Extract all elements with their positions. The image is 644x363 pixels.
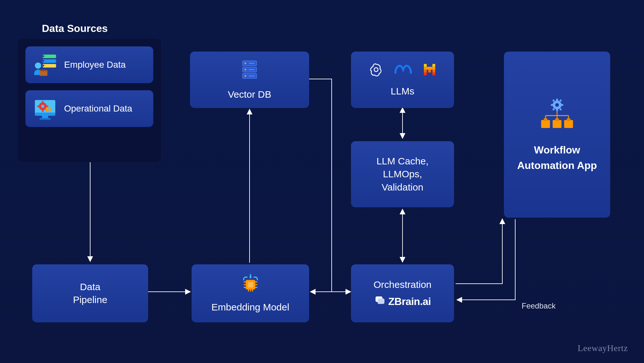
svg-rect-81 (544, 118, 547, 121)
llm-cache-node: LLM Cache, LLMOps, Validation (351, 141, 454, 207)
svg-rect-78 (541, 120, 550, 128)
svg-rect-16 (35, 113, 55, 116)
workflow-app-label: Workflow Automation App (504, 142, 610, 173)
svg-rect-54 (430, 67, 432, 70)
chip-icon (240, 273, 261, 299)
svg-point-20 (41, 105, 44, 108)
orchestration-label: Orchestration (374, 278, 431, 291)
svg-point-12 (35, 63, 41, 69)
workflow-app-node: Workflow Automation App (504, 52, 610, 218)
svg-rect-56 (424, 70, 427, 73)
svg-rect-59 (424, 73, 427, 75)
data-sources-title: Data Sources (42, 23, 108, 34)
svg-rect-72 (559, 108, 562, 111)
svg-rect-51 (432, 64, 435, 67)
svg-point-11 (43, 65, 44, 66)
svg-rect-6 (43, 54, 56, 58)
llms-node: LLMs (351, 52, 454, 108)
svg-rect-83 (567, 118, 570, 121)
svg-point-10 (43, 60, 44, 62)
operational-data-card: Operational Data (25, 90, 153, 127)
svg-rect-22 (42, 110, 43, 112)
svg-rect-52 (424, 67, 427, 70)
svg-rect-79 (553, 120, 562, 128)
svg-point-30 (244, 62, 246, 64)
svg-rect-18 (40, 118, 51, 120)
llms-label: LLMs (391, 85, 414, 98)
svg-rect-53 (427, 67, 430, 70)
embedding-model-node: Embedding Model (192, 264, 309, 322)
svg-point-64 (555, 103, 559, 107)
svg-rect-71 (552, 108, 555, 111)
svg-rect-14 (40, 70, 47, 71)
employee-data-label: Employee Data (64, 59, 126, 71)
svg-point-9 (43, 55, 44, 57)
svg-rect-7 (43, 59, 56, 63)
svg-rect-65 (556, 99, 558, 102)
svg-rect-50 (424, 64, 427, 67)
svg-rect-80 (564, 120, 573, 128)
mistral-icon (422, 63, 437, 80)
watermark: LeewayHertz (578, 343, 628, 353)
svg-rect-70 (559, 99, 562, 102)
data-sources-container: Employee Data Operational Data (18, 39, 161, 162)
svg-rect-67 (551, 104, 554, 106)
zbrain-brand: ZBrain.ai (388, 295, 431, 309)
orchestration-node: Orchestration ZBrain.ai (351, 264, 454, 322)
feedback-label: Feedback (522, 301, 555, 310)
svg-rect-58 (432, 70, 435, 73)
llm-cache-label: LLM Cache, LLMOps, Validation (376, 155, 429, 194)
openai-icon (368, 62, 384, 81)
employee-data-icon (33, 52, 58, 77)
svg-rect-39 (248, 282, 253, 287)
vector-db-node: Vector DB (190, 52, 309, 108)
vector-db-label: Vector DB (228, 88, 271, 101)
zbrain-logo-icon (374, 294, 385, 309)
svg-rect-17 (42, 116, 48, 118)
server-icon (238, 59, 261, 85)
svg-rect-66 (556, 109, 558, 111)
svg-rect-60 (432, 73, 435, 75)
svg-rect-13 (40, 70, 47, 76)
svg-marker-37 (249, 276, 252, 278)
operational-data-icon (33, 96, 58, 121)
operational-data-label: Operational Data (64, 103, 132, 114)
svg-point-31 (244, 69, 246, 70)
svg-rect-68 (561, 104, 563, 106)
svg-rect-55 (432, 67, 435, 70)
svg-rect-82 (555, 118, 559, 121)
svg-rect-8 (43, 64, 56, 68)
svg-point-26 (47, 108, 49, 111)
employee-data-card: Employee Data (25, 46, 153, 83)
workflow-icon (539, 96, 575, 135)
svg-rect-21 (42, 101, 43, 103)
data-pipeline-label: Data Pipeline (73, 280, 108, 307)
svg-rect-57 (428, 70, 431, 73)
svg-rect-69 (552, 99, 555, 102)
svg-rect-62 (377, 299, 384, 304)
data-pipeline-node: Data Pipeline (32, 264, 148, 322)
svg-rect-23 (37, 105, 39, 107)
embedding-model-label: Embedding Model (212, 301, 289, 314)
svg-point-32 (244, 75, 246, 77)
svg-point-49 (374, 68, 378, 72)
meta-icon (393, 63, 413, 80)
